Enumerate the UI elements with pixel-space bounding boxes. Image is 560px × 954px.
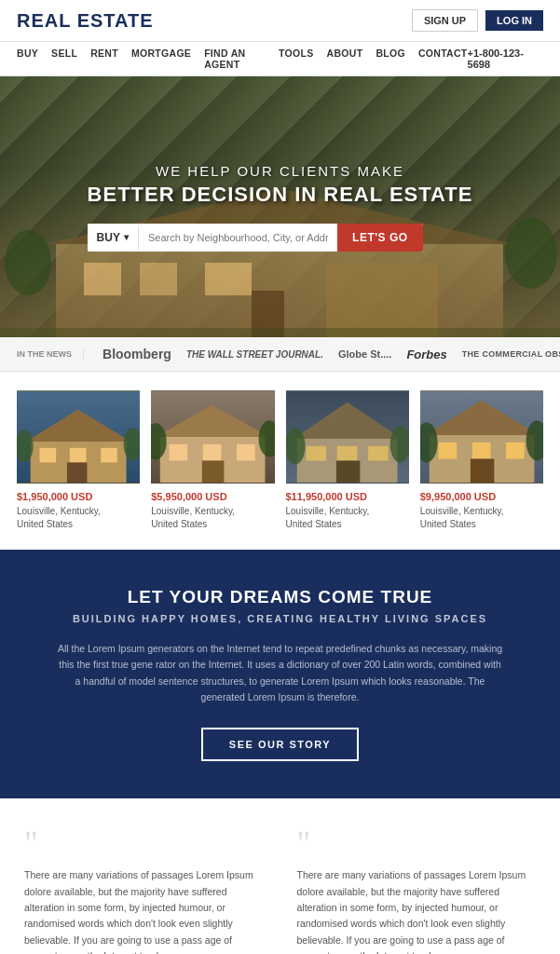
nav-mortgage[interactable]: MORTGAGE [131, 48, 191, 70]
testimonial-text: There are many variations of passages Lo… [297, 867, 537, 954]
dream-title: LET YOUR DREAMS COME TRUE [19, 587, 541, 607]
nav-blog[interactable]: BLOG [376, 48, 405, 70]
nav-sell[interactable]: SELL [51, 48, 77, 70]
nav-find-agent[interactable]: FIND AN AGENT [204, 48, 266, 70]
property-price: $9,950,000 USD [420, 491, 543, 502]
property-location: Louisville, Kentucky,United States [420, 505, 543, 531]
top-header: REAL ESTATE SIGN UP LOG IN [0, 0, 560, 42]
property-card[interactable]: $9,950,000 USD Louisville, Kentucky,Unit… [420, 390, 543, 531]
nav-tools[interactable]: TOOLS [279, 48, 313, 70]
dream-text: All the Lorem Ipsum generators on the In… [57, 641, 504, 705]
svg-rect-43 [471, 459, 494, 483]
svg-rect-34 [335, 460, 359, 483]
property-location: Louisville, Kentucky,United States [17, 505, 140, 531]
hero-section: WE HELP OUR CLIENTS MAKE BETTER DECISION… [0, 76, 560, 337]
see-story-button[interactable]: SEE OUR STORY [201, 728, 359, 761]
testimonial-1: " There are many variations of passages … [17, 826, 271, 954]
search-input[interactable] [139, 225, 337, 251]
hero-content: WE HELP OUR CLIENTS MAKE BETTER DECISION… [69, 163, 492, 252]
svg-rect-41 [472, 443, 491, 459]
testimonial-text: There are many variations of passages Lo… [24, 867, 264, 954]
svg-rect-32 [336, 446, 357, 461]
properties-section: $1,950,000 USD Louisville, Kentucky,Unit… [0, 372, 560, 550]
dream-subtitle: BUILDING HAPPY HOMES, CREATING HEALTHY L… [19, 613, 541, 624]
svg-rect-33 [368, 446, 389, 461]
sign-up-button[interactable]: SIGN UP [412, 9, 478, 32]
property-card[interactable]: $11,950,000 USD Louisville, Kentucky,Uni… [286, 390, 409, 531]
nav-links: BUY SELL RENT MORTGAGE FIND AN AGENT TOO… [17, 48, 468, 70]
property-image [286, 390, 409, 484]
svg-rect-13 [39, 448, 56, 463]
hero-subtitle: WE HELP OUR CLIENTS MAKE [88, 163, 473, 179]
tco-logo: THE COMMERCIAL OBSERVER [462, 349, 560, 359]
svg-rect-42 [506, 443, 525, 459]
nav-rent[interactable]: RENT [90, 48, 118, 70]
hero-title: BETTER DECISION IN REAL ESTATE [88, 183, 473, 207]
property-card[interactable]: $5,950,000 USD Louisville, Kentucky,Unit… [151, 390, 274, 531]
property-price: $1,950,000 USD [17, 491, 140, 502]
svg-rect-22 [170, 444, 188, 461]
testimonial-2: " There are many variations of passages … [290, 826, 544, 954]
logo: REAL ESTATE [17, 10, 154, 32]
log-in-button[interactable]: LOG IN [485, 10, 543, 31]
quote-mark: " [297, 826, 537, 860]
svg-rect-14 [70, 448, 87, 463]
search-bar: BUY LET'S GO [88, 224, 423, 252]
svg-rect-5 [205, 263, 252, 295]
property-image [17, 390, 140, 484]
main-nav: BUY SELL RENT MORTGAGE FIND AN AGENT TOO… [0, 42, 560, 76]
header-actions: SIGN UP LOG IN [412, 9, 543, 32]
svg-rect-40 [438, 443, 457, 459]
svg-rect-2 [326, 263, 438, 337]
lets-go-button[interactable]: LET'S GO [337, 224, 423, 252]
property-price: $5,950,000 USD [151, 491, 274, 502]
news-bar: IN THE NEWS Bloomberg THE WALL STREET JO… [0, 337, 560, 372]
globe-logo: Globe St.... [338, 348, 391, 360]
property-location: Louisville, Kentucky,United States [286, 505, 409, 531]
in-the-news-label: IN THE NEWS [17, 349, 84, 359]
property-image [151, 390, 274, 484]
property-location: Louisville, Kentucky,United States [151, 505, 274, 531]
svg-point-8 [505, 218, 557, 289]
bloomberg-logo: Bloomberg [102, 347, 171, 361]
svg-point-35 [286, 428, 306, 464]
forbes-logo: Forbes [406, 348, 446, 361]
svg-rect-3 [84, 263, 121, 295]
svg-rect-25 [202, 460, 225, 483]
property-price: $11,950,000 USD [286, 491, 409, 502]
phone-number: +1-800-123-5698 [468, 48, 543, 70]
property-image [420, 390, 543, 484]
svg-rect-15 [101, 448, 117, 463]
nav-buy[interactable]: BUY [17, 48, 38, 70]
testimonials-section: " There are many variations of passages … [0, 798, 560, 954]
svg-rect-31 [306, 446, 326, 461]
search-type-dropdown[interactable]: BUY [88, 224, 138, 252]
property-card[interactable]: $1,950,000 USD Louisville, Kentucky,Unit… [17, 390, 140, 531]
svg-rect-23 [203, 444, 222, 461]
svg-rect-24 [237, 444, 255, 461]
properties-grid: $1,950,000 USD Louisville, Kentucky,Unit… [17, 390, 543, 531]
nav-contact[interactable]: CONTACT [418, 48, 468, 70]
quote-mark: " [24, 826, 264, 860]
svg-rect-4 [140, 263, 177, 295]
dream-section: LET YOUR DREAMS COME TRUE BUILDING HAPPY… [0, 550, 560, 798]
svg-point-7 [5, 230, 51, 295]
wsj-logo: THE WALL STREET JOURNAL. [186, 349, 323, 360]
nav-about[interactable]: ABOUT [327, 48, 363, 70]
svg-rect-16 [67, 462, 88, 483]
news-logos: Bloomberg THE WALL STREET JOURNAL. Globe… [102, 347, 560, 361]
svg-point-36 [389, 426, 409, 462]
svg-rect-9 [0, 328, 560, 337]
